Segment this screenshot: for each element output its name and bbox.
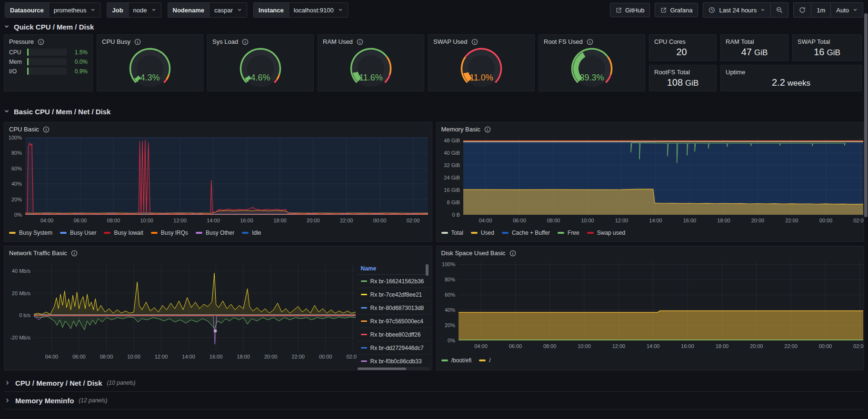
- row-header-cpu-memory-net-disk[interactable]: CPU / Memory / Net / Disk (10 panels): [4, 374, 864, 392]
- panel-title[interactable]: RAM Used: [323, 38, 353, 45]
- legend-item[interactable]: /boot/efi: [441, 357, 472, 364]
- info-icon[interactable]: [484, 126, 491, 133]
- info-icon[interactable]: [71, 250, 78, 257]
- chart-canvas: 0 B8 GiB16 GiB24 GiB32 GiB40 GiB48 GiB04…: [437, 134, 864, 227]
- panel-title[interactable]: Sys Load: [212, 38, 238, 45]
- legend-table-row[interactable]: Rx br-bbee802dff26: [358, 328, 429, 341]
- panel-title[interactable]: CPU Busy: [102, 38, 130, 45]
- panel-title[interactable]: SWAP Used: [433, 38, 468, 45]
- panel-title[interactable]: Pressure: [9, 38, 34, 45]
- legend-swatch: [361, 334, 367, 335]
- refresh-interval-value: 1m: [817, 7, 825, 14]
- info-icon[interactable]: [471, 39, 478, 45]
- cpu-basic-legend: Busy SystemBusy UserBusy IowaitBusy IRQs…: [4, 227, 432, 239]
- svg-text:12:00: 12:00: [173, 218, 187, 223]
- refresh-interval-label[interactable]: 1m: [811, 3, 830, 17]
- memory-basic-chart[interactable]: 0 B8 GiB16 GiB24 GiB32 GiB40 GiB48 GiB04…: [437, 134, 864, 227]
- legend-item[interactable]: Cache + Buffer: [502, 229, 550, 236]
- svg-text:00:00: 00:00: [373, 218, 387, 223]
- info-icon[interactable]: [38, 39, 44, 45]
- panel-swap-total: SWAP Total 16GiB: [792, 34, 862, 61]
- github-link-button[interactable]: GitHub: [610, 3, 650, 17]
- network-traffic-chart[interactable]: -20 Mb/s0 b/s20 Mb/s40 Mb/s04:0006:0008:…: [4, 258, 357, 367]
- legend-item[interactable]: Busy IRQs: [151, 229, 188, 236]
- legend-item[interactable]: Busy User: [60, 229, 96, 236]
- legend-table-horizontal-scrollbar[interactable]: [358, 367, 429, 370]
- info-icon[interactable]: [43, 126, 50, 133]
- legend-item[interactable]: /: [479, 357, 490, 364]
- legend-item[interactable]: Used: [471, 229, 494, 236]
- info-icon[interactable]: [242, 39, 249, 45]
- legend-table-row[interactable]: Rx br-97c565000ec4: [358, 315, 429, 328]
- panel-title[interactable]: Uptime: [726, 69, 745, 76]
- svg-text:00:00: 00:00: [818, 343, 832, 349]
- legend-table-row[interactable]: Rx br-7ce42df8ee21: [358, 288, 429, 301]
- legend-item[interactable]: Busy Iowait: [104, 229, 143, 236]
- legend-table-header-name[interactable]: Name: [358, 263, 429, 275]
- time-range-picker[interactable]: Last 24 hours: [703, 3, 770, 17]
- svg-text:20:00: 20:00: [264, 354, 278, 359]
- panel-title[interactable]: CPU Cores: [654, 38, 686, 45]
- legend-item[interactable]: Busy Other: [196, 229, 234, 236]
- grafana-link-button[interactable]: Grafana: [655, 3, 698, 17]
- scrollbar-thumb[interactable]: [864, 13, 868, 217]
- clock-icon: [708, 7, 715, 13]
- variable-job-select[interactable]: node: [129, 3, 161, 17]
- chevron-down-icon: [237, 8, 242, 12]
- legend-swatch: [9, 232, 16, 234]
- legend-item[interactable]: Busy System: [9, 229, 52, 236]
- chevron-down-icon: [4, 24, 10, 30]
- panel-title[interactable]: SWAP Total: [798, 38, 830, 45]
- legend-swatch: [151, 232, 158, 234]
- panel-title[interactable]: RootFS Total: [654, 69, 690, 76]
- variable-nodename-select[interactable]: caspar: [210, 3, 247, 17]
- legend-table-row[interactable]: Rx br-f0b0c86cdb33: [358, 355, 429, 368]
- pressure-label: Mem: [9, 59, 23, 65]
- panel-title[interactable]: Memory Basic: [441, 126, 480, 133]
- legend-table-row[interactable]: Rx br-80d6873013d8: [358, 301, 429, 315]
- variable-instance-select[interactable]: localhost:9100: [289, 3, 348, 17]
- legend-label: Busy System: [19, 229, 52, 236]
- svg-text:06:00: 06:00: [513, 218, 526, 223]
- info-icon[interactable]: [509, 250, 516, 257]
- panel-title[interactable]: RAM Total: [726, 38, 754, 45]
- legend-swatch: [60, 232, 67, 234]
- panel-title[interactable]: Disk Space Used Basic: [441, 249, 506, 257]
- chart-canvas: 0%20%40%60%80%100%04:0006:0008:0010:0012…: [437, 258, 864, 355]
- root-fs-used-gauge: 39.3%: [539, 46, 645, 91]
- legend-item[interactable]: Idle: [242, 229, 261, 236]
- legend-swatch: [361, 307, 367, 309]
- chart-canvas: 0%20%40%60%80%100%04:0006:0008:0010:0012…: [4, 134, 432, 227]
- page-scrollbar[interactable]: [864, 0, 868, 419]
- pressure-bar-fill: [27, 58, 29, 65]
- legend-table-row[interactable]: Rx br-dd2729446dc7: [358, 341, 429, 355]
- row-header-basic-cpu-mem-net-disk[interactable]: Basic CPU / Mem / Net / Disk: [0, 105, 868, 118]
- svg-text:20%: 20%: [444, 322, 455, 328]
- svg-text:02:00: 02:00: [853, 343, 864, 349]
- disk-space-chart[interactable]: 0%20%40%60%80%100%04:0006:0008:0010:0012…: [437, 258, 864, 355]
- info-icon[interactable]: [357, 39, 363, 45]
- panel-title[interactable]: Root FS Used: [544, 38, 583, 45]
- svg-text:08:00: 08:00: [100, 354, 113, 359]
- variable-datasource-select[interactable]: prometheus: [49, 3, 100, 17]
- info-icon[interactable]: [587, 39, 593, 45]
- scrollbar-thumb[interactable]: [358, 368, 406, 370]
- panel-title[interactable]: CPU Basic: [9, 126, 39, 133]
- row-header-memory-meminfo[interactable]: Memory Meminfo (12 panels): [4, 392, 864, 409]
- svg-text:10:00: 10:00: [578, 343, 591, 349]
- row-header-quick-cpu-mem-disk[interactable]: Quick CPU / Mem / Disk: [0, 20, 868, 33]
- refresh-button[interactable]: [794, 3, 811, 17]
- legend-item[interactable]: Swap used: [587, 229, 625, 236]
- panel-title[interactable]: Network Traffic Basic: [9, 249, 67, 257]
- info-icon[interactable]: [134, 39, 141, 45]
- zoom-out-button[interactable]: [770, 3, 788, 17]
- legend-table-vertical-scrollbar[interactable]: [426, 264, 429, 276]
- refresh-mode-select[interactable]: Auto: [830, 3, 863, 17]
- legend-label: Idle: [252, 229, 261, 236]
- legend-item[interactable]: Total: [441, 229, 463, 236]
- svg-text:20:00: 20:00: [749, 343, 763, 349]
- cpu-basic-chart[interactable]: 0%20%40%60%80%100%04:0006:0008:0010:0012…: [4, 134, 432, 227]
- legend-item[interactable]: Free: [558, 229, 579, 236]
- legend-table-row[interactable]: Rx br-166241562b36: [358, 275, 429, 288]
- svg-text:14:00: 14:00: [207, 218, 220, 223]
